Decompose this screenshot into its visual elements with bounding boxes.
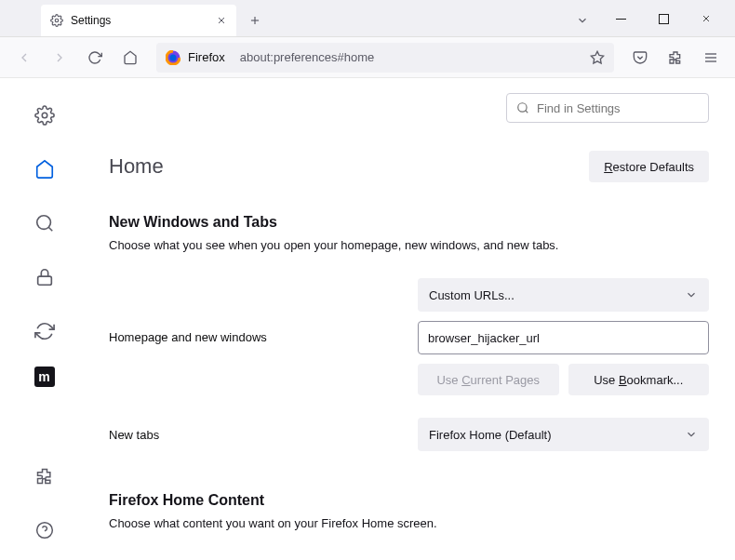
gear-icon	[50, 14, 63, 27]
use-bookmark-button[interactable]: Use Bookmark...	[568, 364, 710, 395]
home-button[interactable]	[115, 43, 145, 73]
sidebar-privacy-icon[interactable]	[26, 259, 63, 296]
svg-point-10	[170, 54, 177, 60]
extensions-icon[interactable]	[661, 43, 690, 73]
close-window-button[interactable]	[685, 4, 728, 33]
settings-main: Home Restore Defaults New Windows and Ta…	[88, 78, 735, 560]
newtabs-select[interactable]: Firefox Home (Default)	[418, 418, 709, 451]
minimize-button[interactable]	[599, 4, 642, 33]
tabs-dropdown-icon[interactable]	[569, 7, 595, 33]
svg-point-16	[36, 216, 50, 230]
bookmark-star-icon[interactable]	[590, 50, 605, 65]
svg-point-21	[518, 103, 527, 112]
sidebar-general-icon[interactable]	[26, 97, 63, 134]
newtabs-value: Firefox Home (Default)	[429, 428, 551, 442]
settings-search-input[interactable]	[537, 101, 699, 115]
browser-tab[interactable]: Settings	[41, 5, 236, 36]
content-area: m Home Restore Defaults New Windows and …	[0, 78, 735, 560]
homepage-label: Homepage and new windows	[109, 278, 407, 344]
sidebar-extensions-icon[interactable]	[26, 458, 63, 495]
section-home-content-desc: Choose what content you want on your Fir…	[109, 516, 709, 530]
svg-line-17	[48, 227, 52, 231]
reload-button[interactable]	[80, 43, 110, 73]
svg-marker-11	[591, 51, 603, 63]
search-icon	[516, 101, 529, 114]
url-bar[interactable]: Firefox about:preferences#home	[156, 43, 614, 73]
newtabs-label: New tabs	[109, 428, 418, 442]
navigation-toolbar: Firefox about:preferences#home	[0, 37, 735, 78]
close-icon[interactable]	[216, 15, 227, 26]
window-controls	[599, 4, 728, 33]
firefox-logo-icon	[166, 50, 180, 65]
url-source-label: Firefox	[188, 50, 225, 64]
homepage-mode-select[interactable]: Custom URLs...	[418, 278, 709, 312]
section-new-windows-desc: Choose what you see when you open your h…	[109, 238, 709, 252]
sidebar-sync-icon[interactable]	[26, 313, 63, 350]
back-button[interactable]	[9, 43, 39, 73]
svg-point-19	[36, 523, 52, 539]
svg-rect-6	[659, 14, 668, 23]
maximize-button[interactable]	[642, 4, 685, 33]
app-menu-icon[interactable]	[696, 43, 726, 73]
new-tab-button[interactable]	[242, 7, 268, 33]
svg-rect-18	[37, 276, 51, 285]
homepage-url-input[interactable]	[418, 321, 709, 354]
settings-sidebar: m	[0, 78, 88, 560]
svg-point-0	[55, 19, 59, 22]
chevron-down-icon	[685, 288, 698, 301]
chevron-down-icon	[685, 428, 698, 441]
settings-search-box[interactable]	[506, 93, 709, 123]
restore-defaults-button[interactable]: Restore Defaults	[589, 151, 709, 182]
titlebar: Settings	[0, 0, 735, 37]
sidebar-home-icon[interactable]	[26, 151, 63, 188]
forward-button[interactable]	[45, 43, 74, 73]
homepage-mode-value: Custom URLs...	[429, 288, 514, 302]
sidebar-mozilla-icon[interactable]: m	[34, 367, 55, 387]
pocket-icon[interactable]	[625, 43, 655, 73]
section-home-content-title: Firefox Home Content	[109, 492, 709, 509]
page-title: Home	[109, 154, 164, 179]
svg-line-22	[526, 111, 528, 113]
tab-title: Settings	[71, 14, 111, 27]
section-new-windows-title: New Windows and Tabs	[109, 214, 709, 231]
svg-point-15	[42, 113, 47, 118]
sidebar-search-icon[interactable]	[26, 205, 63, 242]
use-current-pages-button[interactable]: Use Current Pages	[418, 364, 559, 395]
url-text: about:preferences#home	[240, 50, 375, 64]
sidebar-help-icon[interactable]	[26, 512, 63, 549]
